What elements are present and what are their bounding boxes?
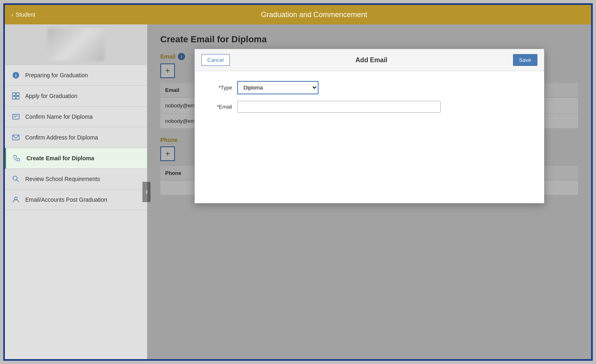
- svg-text:i: i: [15, 73, 16, 78]
- modal-body: *Type Diploma Campus Home Business: [195, 71, 544, 129]
- svg-rect-6: [13, 114, 19, 119]
- sidebar-item-label: Apply for Graduation: [25, 93, 77, 99]
- back-label: Student: [16, 11, 35, 18]
- back-button[interactable]: ‹ Student: [11, 11, 35, 18]
- sidebar-item-apply[interactable]: Apply for Graduation: [5, 86, 147, 107]
- save-button[interactable]: Save: [513, 54, 537, 66]
- modal-header: Cancel Add Email Save: [195, 49, 544, 71]
- search-icon: [11, 174, 20, 183]
- svg-rect-4: [13, 96, 15, 99]
- sidebar-item-confirm-name[interactable]: Confirm Name for Diploma: [5, 107, 147, 127]
- svg-rect-3: [16, 93, 19, 96]
- email-input[interactable]: [237, 101, 441, 113]
- sidebar-item-label: Preparing for Graduation: [25, 72, 88, 78]
- avatar: [48, 28, 105, 61]
- avatar-area: [5, 24, 147, 65]
- sidebar-item-label: Email/Accounts Post Graduation: [25, 196, 107, 203]
- main-content: Create Email for Diploma Email i + Email…: [147, 24, 591, 359]
- email-label: *Email: [208, 104, 232, 110]
- person-icon: [11, 195, 20, 204]
- modal-title: Add Email: [230, 57, 513, 64]
- sidebar-item-email-accounts[interactable]: Email/Accounts Post Graduation: [5, 190, 147, 210]
- sidebar-item-label: Create Email for Diploma: [26, 155, 94, 161]
- header-title: Graduation and Commencement: [44, 11, 585, 19]
- sidebar-item-label: Review School Requirements: [25, 176, 100, 182]
- name-icon: [11, 112, 20, 121]
- svg-rect-5: [16, 96, 19, 99]
- phone-icon: [13, 154, 22, 163]
- cancel-button[interactable]: Cancel: [201, 54, 230, 66]
- svg-line-11: [17, 180, 19, 182]
- type-select[interactable]: Diploma Campus Home Business: [237, 81, 319, 94]
- email-row: *Email: [208, 101, 531, 113]
- sidebar-item-review-school[interactable]: Review School Requirements: [5, 169, 147, 190]
- add-email-modal: Cancel Add Email Save *Type Diploma Camp…: [194, 49, 544, 203]
- modal-overlay: Cancel Add Email Save *Type Diploma Camp…: [147, 24, 591, 359]
- svg-point-10: [13, 176, 17, 180]
- sidebar: i Preparing for Graduation Apply for Gra…: [5, 24, 147, 359]
- svg-rect-2: [13, 93, 15, 96]
- sidebar-item-label: Confirm Address for Diploma: [25, 134, 98, 141]
- chevron-left-icon: ‹: [11, 11, 13, 18]
- sidebar-item-label: Confirm Name for Diploma: [25, 113, 93, 120]
- type-row: *Type Diploma Campus Home Business: [208, 81, 531, 94]
- grid-icon: [11, 92, 20, 100]
- sidebar-item-create-email[interactable]: Create Email for Diploma: [5, 148, 147, 169]
- sidebar-nav: i Preparing for Graduation Apply for Gra…: [5, 65, 147, 359]
- info-icon: i: [11, 71, 20, 80]
- sidebar-item-confirm-address[interactable]: Confirm Address for Diploma: [5, 127, 147, 148]
- app-header: ‹ Student Graduation and Commencement: [5, 5, 591, 24]
- sidebar-item-preparing[interactable]: i Preparing for Graduation: [5, 65, 147, 86]
- mail-icon: [11, 133, 20, 142]
- type-label: *Type: [208, 85, 232, 91]
